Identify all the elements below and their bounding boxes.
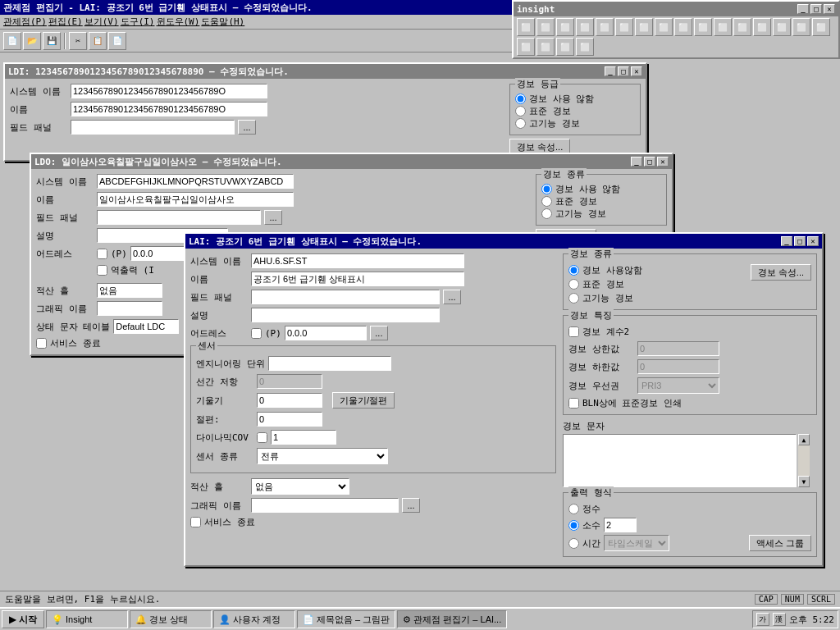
lai-alert-message-textarea[interactable] xyxy=(563,434,797,487)
lai-fieldpanel-input[interactable] xyxy=(251,290,440,304)
insight-btn15[interactable]: ⬜ xyxy=(792,18,810,36)
taskbar-editor[interactable]: ⚙ 관제점 편집기 – LAI... xyxy=(397,610,507,628)
lai-desc-input[interactable] xyxy=(251,308,440,322)
lai-name-input[interactable] xyxy=(251,272,464,286)
lai-output-time-radio[interactable] xyxy=(568,538,579,549)
lai-maximize[interactable]: □ xyxy=(794,236,806,246)
ldo-reverse-checkbox[interactable] xyxy=(97,265,107,276)
ldo-maximize[interactable]: □ xyxy=(644,157,655,167)
lai-range-input[interactable] xyxy=(257,374,322,389)
ldo-address-checkbox[interactable] xyxy=(97,249,107,259)
lai-alert-high-radio[interactable] xyxy=(568,293,579,304)
ldi-fieldpanel-browse[interactable]: ... xyxy=(238,120,256,135)
lai-access-group-btn[interactable]: 액세스 그룹 xyxy=(749,535,811,551)
insight-btn2[interactable]: ⬜ xyxy=(536,18,555,36)
ldo-minimize[interactable]: _ xyxy=(631,157,642,167)
lai-graphic-browse[interactable]: ... xyxy=(402,498,420,513)
lai-graphic-input[interactable] xyxy=(251,498,399,513)
lai-accumulate-select[interactable]: 없음 xyxy=(251,478,349,495)
toolbar-open[interactable]: 📂 xyxy=(23,32,41,50)
lai-sysname-input[interactable] xyxy=(251,253,464,268)
lai-scroll-down[interactable]: ▼ xyxy=(798,476,810,487)
lai-output-time-select[interactable]: 타임스케일 xyxy=(604,535,669,551)
lai-slope-cutoff-btn[interactable]: 기울기/절편 xyxy=(332,392,395,409)
insight-btn12[interactable]: ⬜ xyxy=(733,18,751,36)
lai-alert-count-checkbox[interactable] xyxy=(568,326,579,337)
lai-slope-input[interactable] xyxy=(257,393,322,408)
ldi-alert-high-radio[interactable] xyxy=(515,118,526,129)
ldi-minimize[interactable]: _ xyxy=(605,66,616,76)
ime-hanja-btn[interactable]: 漢 xyxy=(773,613,786,626)
ldi-alert-none-radio[interactable] xyxy=(515,94,526,104)
ldo-name-input[interactable] xyxy=(97,192,294,207)
insight-btn20[interactable]: ⬜ xyxy=(576,38,594,56)
taskbar-insight[interactable]: 💡 Insight xyxy=(46,610,128,628)
ldo-sysname-input[interactable] xyxy=(97,174,294,189)
lai-dyncov-input[interactable] xyxy=(271,430,336,445)
insight-btn14[interactable]: ⬜ xyxy=(773,18,791,36)
insight-minimize[interactable]: _ xyxy=(797,4,809,14)
lai-cutoff-input[interactable] xyxy=(257,412,322,427)
menu-tools[interactable]: 도구(I) xyxy=(121,16,155,28)
insight-btn4[interactable]: ⬜ xyxy=(576,18,594,36)
ldo-alert-none-radio[interactable] xyxy=(541,184,552,194)
ldo-fieldpanel-browse[interactable]: ... xyxy=(264,210,282,225)
insight-btn6[interactable]: ⬜ xyxy=(615,18,633,36)
ldi-name-input[interactable] xyxy=(71,102,267,116)
lai-service-checkbox[interactable] xyxy=(190,517,201,527)
insight-btn8[interactable]: ⬜ xyxy=(655,18,673,36)
insight-close[interactable]: ✕ xyxy=(824,4,835,14)
toolbar-copy[interactable]: 📋 xyxy=(89,32,107,50)
lai-bln-print-checkbox[interactable] xyxy=(568,398,579,409)
insight-btn3[interactable]: ⬜ xyxy=(556,18,574,36)
lai-alert-upper-input[interactable] xyxy=(637,341,719,356)
ldo-state-input[interactable] xyxy=(113,319,179,334)
lai-close[interactable]: ✕ xyxy=(807,236,819,246)
start-button[interactable]: ▶ 시작 xyxy=(2,610,44,628)
ldo-close[interactable]: ✕ xyxy=(657,157,669,167)
menu-view[interactable]: 보기(V) xyxy=(84,16,119,28)
lai-output-int-radio[interactable] xyxy=(568,504,579,514)
insight-btn18[interactable]: ⬜ xyxy=(536,38,555,56)
lai-fieldpanel-browse[interactable]: ... xyxy=(443,290,461,304)
ldi-alert-standard-radio[interactable] xyxy=(515,106,526,116)
insight-btn16[interactable]: ⬜ xyxy=(812,18,830,36)
toolbar-paste[interactable]: 📄 xyxy=(108,32,126,50)
insight-maximize[interactable]: □ xyxy=(810,4,822,14)
lai-alert-lower-input[interactable] xyxy=(637,359,719,374)
lai-alert-none-radio[interactable] xyxy=(568,265,579,276)
lai-alert-settings-btn[interactable]: 경보 속성... xyxy=(751,264,811,281)
lai-eng-unit-input[interactable] xyxy=(268,356,391,371)
ldi-sysname-input[interactable] xyxy=(71,84,267,98)
lai-alert-standard-radio[interactable] xyxy=(568,279,579,290)
insight-btn13[interactable]: ⬜ xyxy=(753,18,771,36)
lai-alert-priority-select[interactable]: PRI3 PRI1 PRI2 PRI4 xyxy=(637,377,719,394)
ldo-accumulate-input[interactable] xyxy=(97,283,162,298)
taskbar-paint[interactable]: 📄 제목없음 – 그림판 xyxy=(297,610,395,628)
lai-address-browse[interactable]: ... xyxy=(370,326,388,340)
menu-help[interactable]: 도움말(H) xyxy=(201,16,244,28)
toolbar-save[interactable]: 💾 xyxy=(43,32,61,50)
menu-edit[interactable]: 편집(E) xyxy=(48,16,83,28)
taskbar-user-account[interactable]: 👤 사용자 계정 xyxy=(213,610,295,628)
insight-btn10[interactable]: ⬜ xyxy=(694,18,712,36)
insight-btn5[interactable]: ⬜ xyxy=(596,18,614,36)
ldi-maximize[interactable]: □ xyxy=(618,66,629,76)
lai-scroll-up[interactable]: ▲ xyxy=(798,434,810,445)
lai-dyncov-checkbox[interactable] xyxy=(257,432,267,443)
menu-gwaanjejom[interactable]: 관제점(P) xyxy=(3,16,47,28)
insight-btn1[interactable]: ⬜ xyxy=(517,18,535,36)
lai-output-decimal-radio[interactable] xyxy=(568,520,579,531)
toolbar-cut[interactable]: ✂ xyxy=(69,32,87,50)
insight-btn17[interactable]: ⬜ xyxy=(517,38,535,56)
ldo-alert-high-radio[interactable] xyxy=(541,208,552,219)
lai-sensor-type-select[interactable]: 전류 전압 저항 온도 xyxy=(257,448,388,464)
ldo-fieldpanel-input[interactable] xyxy=(97,210,261,225)
taskbar-alert-status[interactable]: 🔔 경보 상태 xyxy=(130,610,212,628)
insight-btn7[interactable]: ⬜ xyxy=(635,18,653,36)
ldi-fieldpanel-input[interactable] xyxy=(71,120,235,135)
ldo-graphic-input[interactable] xyxy=(97,301,162,316)
lai-address-checkbox[interactable] xyxy=(251,328,262,339)
ime-korean-btn[interactable]: 가 xyxy=(756,613,769,626)
lai-minimize[interactable]: _ xyxy=(781,236,792,246)
